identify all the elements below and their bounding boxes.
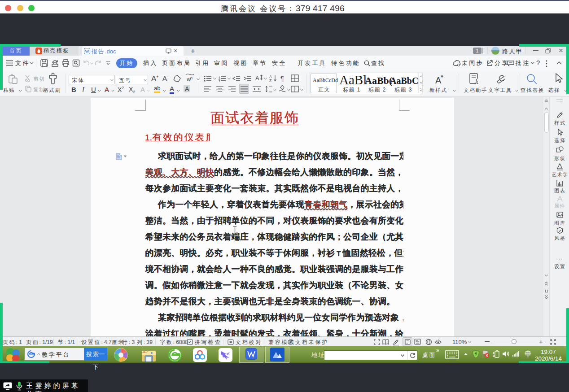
svg-text:3: 3 [219,80,220,82]
svg-text:Z: Z [269,78,271,83]
svg-text:A: A [255,75,259,82]
svg-text:A: A [435,75,442,85]
svg-text:n: n [190,76,193,80]
